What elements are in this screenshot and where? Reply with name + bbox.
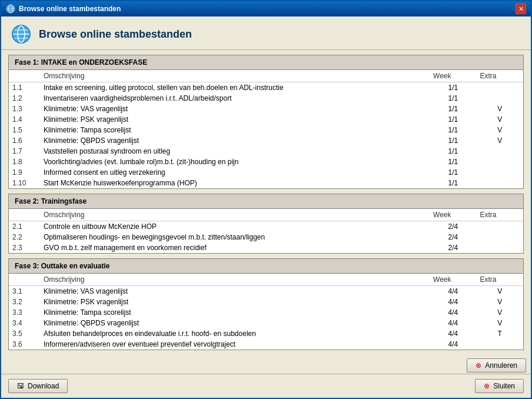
row-num: 2.1 [9, 221, 40, 232]
title-bar-text: Browse online stambestanden [19, 5, 121, 13]
table-row: 1.9Informed consent en uitleg verzekerin… [9, 167, 523, 178]
window-close-button[interactable]: ✕ [516, 4, 526, 14]
phase-section-2: Fase 2: TrainingsfaseOmschrijvingWeekExt… [8, 194, 524, 254]
annuleren-area: ⊗ Annuleren [1, 356, 531, 374]
row-desc: Optimaliseren houdings- en bewegingsgevo… [40, 232, 430, 242]
row-num: 1.3 [9, 104, 40, 114]
row-num: 1.2 [9, 93, 40, 104]
table-row: 3.4Klinimetrie: QBPDS vragenlijst4/4V [9, 318, 523, 328]
phase-header-1: Fase 1: INTAKE en ONDERZOEKSFASE [9, 55, 523, 70]
download-button[interactable]: 🖫 Download [8, 379, 68, 393]
row-week: 1/1 [430, 157, 476, 167]
row-desc: Klinimetrie: QBPDS vragenlijst [40, 318, 430, 328]
row-extra: V [477, 114, 523, 125]
phase-header-2: Fase 2: Trainingsfase [9, 194, 523, 209]
row-week: 1/1 [430, 82, 476, 94]
download-label: Download [28, 382, 59, 390]
window-icon [6, 4, 15, 14]
col-week-header: Week [430, 274, 476, 286]
row-extra [477, 146, 523, 157]
table-row: 1.8Voorlichting/advies (evt. lumbale rol… [9, 157, 523, 167]
annuleren-button[interactable]: ⊗ Annuleren [467, 358, 526, 373]
phase-table-1: OmschrijvingWeekExtra1.1Intake en screen… [9, 70, 523, 188]
sluiten-button[interactable]: ⊗ Sluiten [475, 379, 524, 393]
row-num: 2.2 [9, 232, 40, 242]
table-row: 2.1Controle en uitbouw McKenzie HOP2/4 [9, 221, 523, 232]
row-num: 3.6 [9, 339, 40, 350]
table-row: 2.3GVO m.b.t. zelf management en voorkom… [9, 242, 523, 253]
row-desc: Controle en uitbouw McKenzie HOP [40, 221, 430, 232]
phase-header-3: Fase 3: Outtake en evaluatie [9, 259, 523, 274]
col-num-header [9, 209, 40, 221]
table-row: 2.2Optimaliseren houdings- en bewegingsg… [9, 232, 523, 242]
row-num: 3.3 [9, 307, 40, 318]
phase-section-1: Fase 1: INTAKE en ONDERZOEKSFASEOmschrij… [8, 55, 524, 189]
row-week: 4/4 [430, 307, 476, 318]
row-num: 2.3 [9, 242, 40, 253]
sluiten-icon: ⊗ [484, 382, 490, 390]
row-desc: Klinimetrie: VAS vragenlijst [40, 104, 430, 114]
row-extra: V [477, 135, 523, 146]
row-desc: Klinimetrie: PSK vragenlijst [40, 297, 430, 307]
col-extra-header: Extra [477, 209, 523, 221]
annuleren-label: Annuleren [485, 361, 517, 370]
row-desc: Start McKenzie huiswerkoefenprogramma (H… [40, 178, 430, 188]
table-row: 3.6Informeren/adviseren over eventueel p… [9, 339, 523, 350]
table-row: 3.2Klinimetrie: PSK vragenlijst4/4V [9, 297, 523, 307]
row-extra [477, 157, 523, 167]
annuleren-icon: ⊗ [476, 361, 481, 370]
row-extra: V [477, 318, 523, 328]
row-num: 3.5 [9, 328, 40, 339]
col-week-header: Week [430, 70, 476, 82]
table-row: 1.2Inventariseren vaardigheidsproblemen … [9, 93, 523, 104]
row-week: 1/1 [430, 135, 476, 146]
table-row: 1.5Klinimetrie: Tampa scorelijst1/1V [9, 125, 523, 135]
main-window: Browse online stambestanden ✕ Browse onl… [0, 0, 532, 399]
table-row: 1.4Klinimetrie: PSK vragenlijst1/1V [9, 114, 523, 125]
col-week-header: Week [430, 209, 476, 221]
scroll-area[interactable]: Fase 1: INTAKE en ONDERZOEKSFASEOmschrij… [6, 55, 526, 356]
row-week: 2/4 [430, 221, 476, 232]
row-desc: Klinimetrie: VAS vragenlijst [40, 286, 430, 297]
col-desc-header: Omschrijving [40, 274, 430, 286]
phase-table-3: OmschrijvingWeekExtra3.1Klinimetrie: VAS… [9, 274, 523, 350]
row-week: 1/1 [430, 93, 476, 104]
row-num: 1.1 [9, 82, 40, 94]
sluiten-label: Sluiten [493, 382, 515, 390]
row-week: 1/1 [430, 114, 476, 125]
row-week: 1/1 [430, 146, 476, 157]
col-num-header [9, 274, 40, 286]
row-num: 1.4 [9, 114, 40, 125]
download-icon: 🖫 [17, 382, 24, 390]
row-week: 1/1 [430, 125, 476, 135]
title-bar: Browse online stambestanden ✕ [1, 1, 531, 16]
row-num: 3.4 [9, 318, 40, 328]
window-content: Fase 1: INTAKE en ONDERZOEKSFASEOmschrij… [1, 50, 531, 356]
row-extra [477, 221, 523, 232]
row-extra: T [477, 328, 523, 339]
row-extra [477, 178, 523, 188]
row-num: 1.7 [9, 146, 40, 157]
title-bar-left: Browse online stambestanden [6, 4, 121, 14]
window-header: Browse online stambestanden [1, 16, 531, 50]
row-num: 1.9 [9, 167, 40, 178]
table-row: 1.7Vaststellen posturaal syndroom en uit… [9, 146, 523, 157]
row-desc: Klinimetrie: Tampa scorelijst [40, 307, 430, 318]
row-extra [477, 82, 523, 94]
row-num: 3.2 [9, 297, 40, 307]
table-row: 3.5Afsluiten behandelproces en eindevalu… [9, 328, 523, 339]
row-extra: V [477, 297, 523, 307]
row-desc: Klinimetrie: QBPDS vragenlijst [40, 135, 430, 146]
table-row: 1.1Intake en screening, uitleg protocol,… [9, 82, 523, 94]
row-week: 1/1 [430, 178, 476, 188]
row-week: 2/4 [430, 242, 476, 253]
row-desc: Klinimetrie: Tampa scorelijst [40, 125, 430, 135]
col-extra-header: Extra [477, 70, 523, 82]
phase-table-2: OmschrijvingWeekExtra2.1Controle en uitb… [9, 209, 523, 253]
row-week: 4/4 [430, 286, 476, 297]
row-extra [477, 232, 523, 242]
row-desc: Afsluiten behandelproces en eindevaluati… [40, 328, 430, 339]
row-desc: Inventariseren vaardigheidsproblemen i.r… [40, 93, 430, 104]
col-extra-header: Extra [477, 274, 523, 286]
row-extra: V [477, 104, 523, 114]
